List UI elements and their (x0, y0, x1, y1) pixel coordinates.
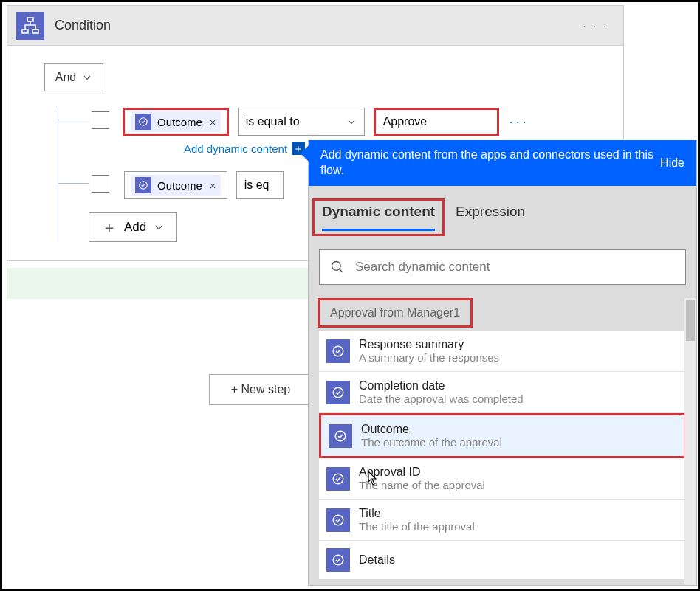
item-text: Details (359, 553, 395, 567)
highlight-box: Dynamic content (312, 198, 445, 236)
card-title: Condition (55, 18, 577, 33)
plus-icon: ＋ (102, 218, 117, 238)
item-title: Completion date (359, 379, 524, 393)
svg-rect-0 (27, 18, 33, 21)
svg-point-9 (333, 474, 343, 484)
chevron-down-icon (82, 72, 92, 83)
card-more-menu[interactable]: · · · (577, 17, 614, 35)
operator-dropdown[interactable]: is equal to (238, 108, 365, 136)
approval-icon (326, 548, 350, 572)
row-checkbox[interactable] (92, 175, 109, 193)
approval-icon (326, 339, 350, 363)
row-checkbox[interactable] (92, 111, 109, 129)
content-item[interactable]: Title The title of the approval (319, 500, 686, 541)
svg-point-10 (333, 515, 343, 525)
scrollbar[interactable] (684, 298, 696, 585)
item-desc: The name of the approval (359, 479, 485, 491)
group-operator-dropdown[interactable]: And (44, 63, 103, 91)
tab-dynamic-content[interactable]: Dynamic content (322, 204, 435, 231)
approval-icon (326, 508, 350, 532)
svg-point-7 (333, 387, 343, 398)
item-text: Outcome The outcome of the approval (361, 423, 502, 449)
operator-label: is equal to (246, 115, 300, 128)
item-desc: The outcome of the approval (361, 436, 502, 449)
add-dynamic-label: Add dynamic content (184, 142, 287, 155)
add-label: Add (124, 220, 146, 235)
condition-value-box[interactable] (374, 108, 499, 136)
svg-rect-2 (32, 30, 38, 33)
item-desc: The title of the approval (359, 520, 475, 533)
item-text: Title The title of the approval (359, 507, 475, 533)
dynamic-content-flyout: Add dynamic content from the apps and co… (308, 139, 697, 586)
content-item[interactable]: Completion date Date the approval was co… (319, 372, 686, 413)
item-text: Approval ID The name of the approval (359, 466, 485, 491)
item-desc: Date the approval was completed (359, 393, 524, 405)
condition-left-operand[interactable]: Outcome × (124, 171, 227, 199)
dynamic-token: Outcome × (131, 111, 221, 132)
content-item[interactable]: Response summary A summary of the respon… (319, 331, 686, 372)
tab-expression[interactable]: Expression (456, 204, 525, 242)
svg-point-4 (140, 182, 148, 190)
operator-dropdown[interactable]: is eq (236, 171, 284, 199)
svg-point-6 (333, 346, 343, 356)
item-title: Approval ID (359, 466, 485, 479)
row-more-menu[interactable]: ··· (509, 114, 529, 130)
search-icon (330, 260, 345, 274)
condition-icon (16, 12, 44, 40)
operator-label: is eq (244, 179, 270, 192)
dynamic-token: Outcome × (131, 175, 221, 196)
content-item-outcome[interactable]: Outcome The outcome of the approval (319, 413, 686, 458)
condition-left-operand[interactable]: Outcome × (123, 108, 229, 136)
item-desc: A summary of the responses (359, 351, 499, 364)
scrollbar-thumb[interactable] (686, 300, 695, 341)
chevron-down-icon (346, 117, 357, 127)
flyout-tabs: Dynamic content Expression (309, 186, 696, 242)
content-item[interactable]: Details (319, 541, 686, 579)
condition-row: Outcome × is equal to ··· (47, 108, 601, 136)
approval-icon (326, 381, 350, 404)
token-label: Outcome (157, 179, 202, 192)
search-input[interactable] (355, 260, 675, 274)
item-title: Details (359, 553, 395, 567)
add-condition-button[interactable]: ＋ Add (89, 212, 177, 242)
approval-icon (329, 424, 352, 448)
item-text: Completion date Date the approval was co… (359, 379, 524, 405)
flyout-header-text: Add dynamic content from the apps and co… (320, 148, 660, 179)
new-step-button[interactable]: + New step (209, 374, 312, 405)
flyout-pointer (301, 145, 309, 162)
chevron-down-icon (154, 222, 164, 232)
content-items-list: Response summary A summary of the respon… (319, 331, 686, 579)
svg-rect-1 (22, 30, 28, 33)
content-item[interactable]: Approval ID The name of the approval (319, 458, 686, 500)
new-step-label: + New step (231, 383, 290, 396)
item-title: Response summary (359, 338, 499, 351)
item-title: Title (359, 507, 475, 520)
hide-flyout-button[interactable]: Hide (660, 156, 684, 170)
svg-point-11 (333, 555, 343, 565)
group-operator-label: And (55, 71, 76, 84)
approval-icon (135, 177, 151, 193)
token-label: Outcome (157, 116, 202, 128)
approval-icon (135, 114, 151, 130)
svg-point-5 (332, 262, 341, 271)
flyout-header: Add dynamic content from the apps and co… (309, 140, 696, 186)
svg-point-3 (140, 118, 148, 126)
search-box[interactable] (319, 249, 686, 285)
remove-token-button[interactable]: × (210, 179, 216, 192)
item-title: Outcome (361, 423, 502, 436)
remove-token-button[interactable]: × (210, 116, 216, 128)
content-section-title: Approval from Manager1 (318, 298, 473, 328)
condition-value-input[interactable] (383, 115, 490, 128)
approval-icon (326, 467, 350, 491)
svg-point-8 (335, 431, 346, 441)
card-header: Condition · · · (7, 6, 623, 46)
item-text: Response summary A summary of the respon… (359, 338, 499, 364)
